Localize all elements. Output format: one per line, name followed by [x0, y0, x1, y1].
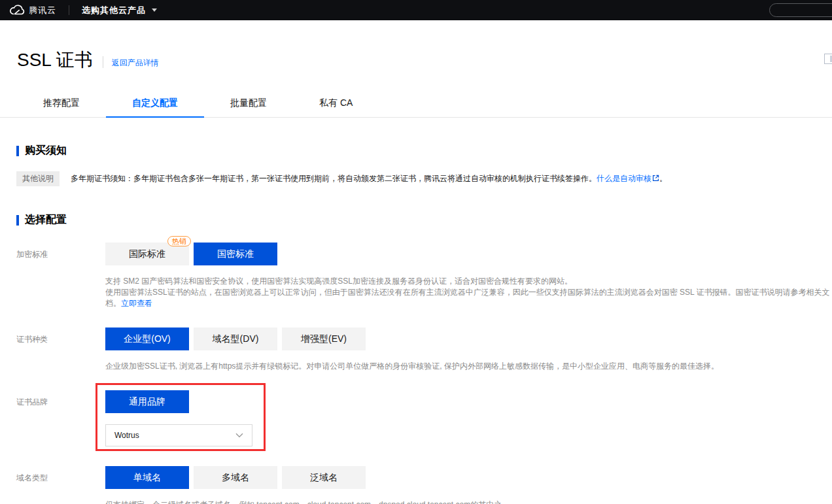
option-national-standard-label: 国密标准	[217, 248, 254, 260]
option-national-standard[interactable]: 国密标准	[194, 243, 277, 265]
nav-other-cloud-products[interactable]: 选购其他云产品	[82, 5, 157, 16]
topbar-divider	[69, 5, 69, 15]
certificate-type-description: 企业级加密SSL证书, 浏览器上有https提示并有绿锁标记。对申请公司单位做严…	[105, 361, 719, 372]
certificate-brand-label: 证书品牌	[16, 390, 105, 446]
topbar: 腾讯云 选购其他云产品	[0, 0, 832, 20]
row-certificate-brand: 证书品牌 通用品牌 Wotrus	[16, 390, 832, 446]
search-input[interactable]	[769, 3, 832, 17]
option-enterprise-ov[interactable]: 企业型(OV)	[105, 328, 189, 350]
certificate-brand-body: 通用品牌 Wotrus	[105, 390, 252, 446]
what-is-auto-review-label: 什么是自动审核	[597, 174, 651, 183]
certificate-type-label: 证书种类	[16, 328, 105, 372]
option-international-standard[interactable]: 国际标准 热销	[105, 243, 189, 265]
option-enterprise-ov-label: 企业型(OV)	[124, 333, 171, 345]
encryption-description-line2: 使用国密算法SSL证书的站点，在国密浏览器上可以正常访问，但由于国密算法还没有在…	[105, 287, 832, 309]
encryption-description: 支持 SM2 国产密码算法和国密安全协议，使用国密算法实现高强度SSL加密连接及…	[105, 276, 832, 309]
purchase-notice-title-text: 购买须知	[25, 144, 67, 158]
notice-suffix: 。	[659, 174, 667, 183]
row-encryption-standard: 加密标准 国际标准 热销 国密标准 支持 SM2 国产密码算法和国密安全协议，使…	[16, 243, 832, 309]
brand-dropdown-value: Wotrus	[114, 431, 139, 440]
option-enhanced-ev[interactable]: 增强型(EV)	[282, 328, 366, 350]
domain-type-description-line1: 仅支持绑定一个二级域名或者子域名，例如 tencent.com、cloud.te…	[105, 499, 520, 504]
option-generic-brand[interactable]: 通用品牌	[105, 390, 189, 413]
option-enhanced-ev-label: 增强型(EV)	[301, 333, 347, 345]
option-multi-domain[interactable]: 多域名	[194, 466, 277, 489]
page-header: SSL 证书 返回产品详情	[17, 48, 832, 73]
chevron-down-icon	[235, 431, 243, 440]
option-single-domain-label: 单域名	[133, 472, 161, 484]
notice-text-body: 多年期证书须知：多年期证书包含多张一年期证书，第一张证书使用到期前，将自动颁发第…	[71, 174, 597, 183]
select-config-title: 选择配置	[16, 213, 832, 227]
what-is-auto-review-link[interactable]: 什么是自动审核	[597, 174, 659, 183]
view-now-link[interactable]: 立即查看	[121, 299, 152, 308]
encryption-description-line2-text: 使用国密算法SSL证书的站点，在国密浏览器上可以正常访问，但由于国密算法还没有在…	[105, 288, 830, 308]
domain-type-description: 仅支持绑定一个二级域名或者子域名，例如 tencent.com、cloud.te…	[105, 499, 520, 504]
domain-type-body: 单域名 多域名 泛域名 仅支持绑定一个二级域名或者子域名，例如 tencent.…	[105, 466, 520, 504]
notice-text: 多年期证书须知：多年期证书包含多张一年期证书，第一张证书使用到期前，将自动颁发第…	[71, 171, 667, 186]
tab-recommended-config[interactable]: 推荐配置	[17, 91, 106, 117]
notice-tag: 其他说明	[16, 171, 60, 186]
certificate-brand-options: 通用品牌	[105, 390, 252, 413]
section-title-bar	[16, 215, 19, 226]
option-domain-dv-label: 域名型(DV)	[213, 333, 259, 345]
page-title: SSL 证书	[17, 48, 93, 73]
option-wildcard-domain[interactable]: 泛域名	[282, 466, 366, 489]
brand-dropdown[interactable]: Wotrus	[105, 424, 252, 446]
option-domain-dv[interactable]: 域名型(DV)	[194, 328, 277, 350]
option-multi-domain-label: 多域名	[222, 472, 249, 484]
domain-type-label: 域名类型	[16, 466, 105, 504]
external-link-icon	[652, 173, 659, 186]
hot-sale-badge: 热销	[167, 236, 191, 246]
caret-down-icon	[152, 8, 157, 12]
side-panel-icon[interactable]	[824, 54, 832, 64]
row-domain-type: 域名类型 单域名 多域名 泛域名 仅支持绑定一个二级域名或者子域名，例如 ten…	[16, 466, 832, 504]
purchase-notice-title: 购买须知	[16, 144, 832, 158]
certificate-type-body: 企业型(OV) 域名型(DV) 增强型(EV) 企业级加密SSL证书, 浏览器上…	[105, 328, 719, 372]
select-config-title-text: 选择配置	[25, 213, 67, 227]
config-form: 加密标准 国际标准 热销 国密标准 支持 SM2 国产密码算法和国密安全协议，使…	[16, 243, 832, 504]
certificate-type-options: 企业型(OV) 域名型(DV) 增强型(EV)	[105, 328, 719, 350]
config-tabs: 推荐配置 自定义配置 批量配置 私有 CA	[0, 91, 832, 118]
tab-custom-config[interactable]: 自定义配置	[106, 91, 204, 118]
option-single-domain[interactable]: 单域名	[105, 466, 189, 489]
notice-row: 其他说明 多年期证书须知：多年期证书包含多张一年期证书，第一张证书使用到期前，将…	[16, 171, 832, 186]
tab-private-ca[interactable]: 私有 CA	[293, 91, 379, 117]
select-config-section: 选择配置 加密标准 国际标准 热销 国密标准 支持 SM2 国产密码算法和国密安…	[0, 213, 832, 504]
tab-batch-config[interactable]: 批量配置	[204, 91, 293, 117]
brand-name[interactable]: 腾讯云	[29, 5, 56, 16]
encryption-options: 国际标准 热销 国密标准	[105, 243, 832, 265]
option-generic-brand-label: 通用品牌	[129, 396, 165, 408]
nav-other-cloud-products-label: 选购其他云产品	[82, 5, 146, 16]
row-certificate-type: 证书种类 企业型(OV) 域名型(DV) 增强型(EV) 企业级加密SSL证书,…	[16, 328, 832, 372]
back-to-product-link[interactable]: 返回产品详情	[112, 58, 159, 69]
section-title-bar	[16, 146, 19, 156]
encryption-description-line1: 支持 SM2 国产密码算法和国密安全协议，使用国密算法实现高强度SSL加密连接及…	[105, 276, 832, 287]
option-wildcard-domain-label: 泛域名	[310, 472, 338, 484]
option-international-standard-label: 国际标准	[129, 248, 165, 260]
encryption-standard-label: 加密标准	[16, 243, 105, 309]
purchase-notice-section: 购买须知 其他说明 多年期证书须知：多年期证书包含多张一年期证书，第一张证书使用…	[0, 144, 832, 186]
domain-type-options: 单域名 多域名 泛域名	[105, 466, 520, 489]
encryption-standard-body: 国际标准 热销 国密标准 支持 SM2 国产密码算法和国密安全协议，使用国密算法…	[105, 243, 832, 309]
tencent-cloud-logo-icon[interactable]	[9, 5, 25, 16]
header-divider	[103, 56, 103, 68]
